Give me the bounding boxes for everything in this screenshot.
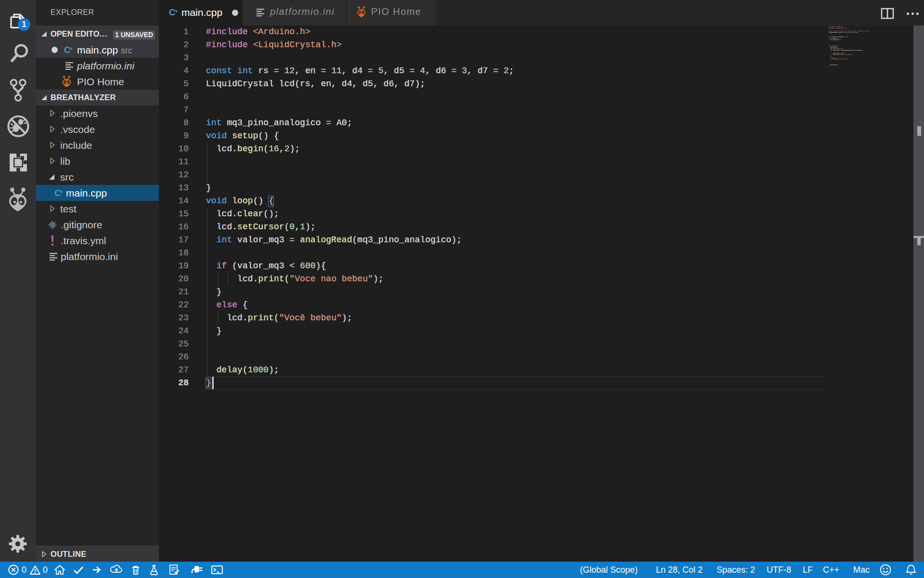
svg-text:+: +: [70, 46, 73, 52]
svg-text:+: +: [60, 189, 63, 195]
svg-text:+: +: [175, 8, 178, 14]
